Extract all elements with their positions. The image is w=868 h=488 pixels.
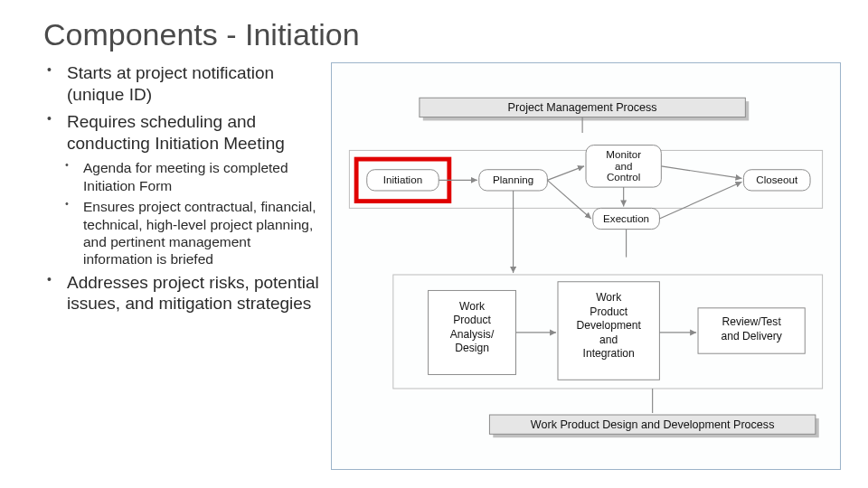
slide: Components - Initiation Starts at projec… [0, 0, 868, 488]
wp1-l4: Design [455, 343, 489, 355]
wp2-l4: and [599, 333, 618, 346]
sub-bullet-list: Agenda for meeting is completed Initiati… [43, 159, 324, 267]
wp1-l3: Analysis/ [450, 328, 495, 341]
bottom-bar-label: Work Product Design and Development Proc… [531, 418, 775, 431]
phase-planning-label: Planning [493, 174, 533, 186]
phase-monitor-l3: Control [607, 172, 640, 183]
arrow-plan-exec [547, 181, 590, 220]
wp3-l2: and Delivery [721, 330, 782, 343]
text-column: Starts at project notification (unique I… [43, 62, 324, 470]
wp2-l2: Product [590, 305, 627, 318]
phase-initiation-label: Initiation [383, 174, 422, 186]
wp2-l3: Development [577, 319, 642, 332]
bullet-3: Addresses project risks, potential issue… [43, 272, 324, 315]
bullet-2: Requires scheduling and conducting Initi… [43, 111, 324, 155]
wp1-l1: Work [459, 300, 486, 313]
wp1-l2: Product [453, 314, 491, 327]
top-bar-label: Project Management Process [508, 102, 657, 115]
arrow-mon-close [661, 166, 741, 179]
bullet-1: Starts at project notification (unique I… [43, 62, 324, 106]
sub-bullet-2: Ensures project contractual, financial, … [43, 198, 324, 268]
phase-closeout-label: Closeout [756, 174, 798, 186]
arrow-exec-close [659, 183, 741, 220]
content-row: Starts at project notification (unique I… [43, 62, 841, 470]
phase-execution-label: Execution [603, 212, 649, 224]
bullet-list-2: Addresses project risks, potential issue… [43, 272, 324, 315]
wp2-l5: Integration [583, 347, 635, 360]
diagram-column: Project Management Process Initiation Pl… [331, 62, 841, 470]
process-diagram: Project Management Process Initiation Pl… [332, 63, 840, 469]
phase-monitor-l1: Monitor [606, 149, 641, 161]
phase-monitor-l2: and [615, 160, 632, 172]
sub-bullet-1: Agenda for meeting is completed Initiati… [43, 159, 324, 194]
wp2-l1: Work [596, 291, 622, 304]
wp3-l1: Review/Test [722, 316, 781, 329]
slide-title: Components - Initiation [43, 18, 841, 52]
diagram-frame: Project Management Process Initiation Pl… [331, 62, 841, 470]
bullet-list: Starts at project notification (unique I… [43, 62, 324, 154]
arrow-plan-mon [547, 166, 584, 181]
